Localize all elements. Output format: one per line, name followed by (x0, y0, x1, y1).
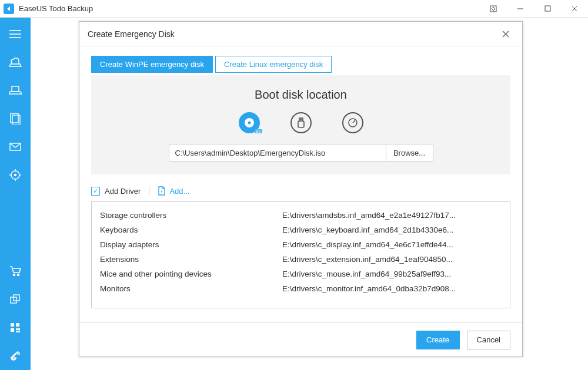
svg-rect-22 (11, 323, 14, 327)
apps-icon[interactable] (0, 314, 31, 342)
app-title: EaseUS Todo Backup (19, 4, 93, 13)
svg-rect-23 (16, 323, 19, 327)
add-link-label: Add... (169, 187, 189, 196)
dialog-header: Create Emergency Disk (79, 22, 522, 46)
iso-option-icon[interactable] (239, 112, 260, 133)
dialog-title: Create Emergency Disk (88, 29, 175, 39)
create-emergency-disk-dialog: Create Emergency Disk Create WinPE emerg… (79, 21, 523, 357)
separator (149, 186, 149, 196)
add-driver-checkbox[interactable]: ✓ (91, 187, 100, 196)
sidebar (0, 18, 31, 370)
svg-rect-34 (298, 121, 304, 127)
maximize-button[interactable] (534, 0, 561, 18)
driver-table: Storage controllersE:\drivers\amdsbs.inf… (91, 201, 510, 308)
tools-icon[interactable] (0, 342, 31, 370)
driver-path: E:\drivers\c_extension.inf_amd64_1eaf904… (282, 255, 502, 264)
tab-winpe[interactable]: Create WinPE emergency disk (91, 56, 213, 73)
titlebar: EaseUS Todo Backup (0, 0, 588, 18)
svg-point-32 (248, 122, 250, 125)
iso-path-input[interactable] (169, 144, 386, 162)
driver-path: E:\drivers\amdsbs.inf_amd64_e2a1e49127fb… (282, 211, 502, 220)
table-row[interactable]: Storage controllersE:\drivers\amdsbs.inf… (92, 208, 510, 223)
svg-rect-28 (18, 331, 20, 332)
svg-point-13 (15, 174, 16, 176)
driver-category: Storage controllers (100, 211, 282, 220)
driver-path: E:\drivers\c_monitor.inf_amd64_0dba32b7d… (282, 284, 502, 293)
minimize-button[interactable] (507, 0, 534, 18)
driver-category: Monitors (100, 284, 282, 293)
browse-button[interactable]: Browse... (386, 144, 433, 162)
driver-path: E:\drivers\c_keyboard.inf_amd64_2d1b4330… (282, 226, 502, 234)
mail-backup-icon[interactable] (0, 133, 31, 161)
add-driver-label: Add Driver (105, 187, 141, 196)
svg-rect-8 (12, 86, 19, 92)
svg-rect-2 (545, 6, 550, 11)
dialog-footer: Create Cancel (79, 322, 522, 356)
driver-path: E:\drivers\c_display.inf_amd64_4e6c71eff… (282, 240, 502, 249)
driver-category: Display adapters (100, 240, 282, 249)
driver-category: Mice and other pointing devices (100, 270, 282, 278)
table-row[interactable]: MonitorsE:\drivers\c_monitor.inf_amd64_0… (92, 281, 510, 296)
svg-rect-24 (11, 328, 14, 332)
close-button[interactable] (561, 0, 588, 18)
table-row[interactable]: ExtensionsE:\drivers\c_extension.inf_amd… (92, 252, 510, 267)
boot-disk-title: Boot disk location (103, 88, 499, 102)
table-row[interactable]: Mice and other pointing devicesE:\driver… (92, 267, 510, 281)
file-backup-icon[interactable] (0, 105, 31, 133)
svg-text:+: + (161, 189, 163, 194)
tab-linux[interactable]: Create Linux emergency disk (215, 56, 332, 73)
add-driver-link[interactable]: + Add... (158, 186, 189, 196)
create-button[interactable]: Create (416, 331, 460, 349)
cart-icon[interactable] (0, 257, 31, 285)
svg-rect-25 (16, 328, 18, 330)
add-file-icon: + (158, 186, 166, 196)
system-backup-icon[interactable] (0, 76, 31, 105)
emergency-disk-tabs: Create WinPE emergency disk Create Linux… (91, 56, 510, 73)
driver-category: Keyboards (100, 226, 282, 234)
table-row[interactable]: KeyboardsE:\drivers\c_keyboard.inf_amd64… (92, 223, 510, 237)
dialog-close-button[interactable] (497, 26, 514, 42)
toggle-icon[interactable] (480, 0, 507, 18)
svg-point-19 (18, 274, 19, 276)
target-icon[interactable] (0, 161, 31, 189)
clone-icon[interactable] (0, 285, 31, 314)
content-area: Create Emergency Disk Create WinPE emerg… (31, 18, 588, 370)
menu-icon[interactable] (0, 20, 31, 48)
cancel-button[interactable]: Cancel (467, 331, 510, 349)
usb-option-icon[interactable] (290, 112, 312, 133)
svg-point-18 (14, 274, 15, 276)
app-logo-icon (4, 4, 14, 14)
driver-category: Extensions (100, 255, 282, 264)
boot-disk-panel: Boot disk location (91, 75, 510, 174)
add-driver-row: ✓ Add Driver + Add... (91, 186, 510, 196)
cd-option-icon[interactable] (342, 112, 363, 133)
table-row[interactable]: Display adaptersE:\drivers\c_display.inf… (92, 237, 510, 252)
disk-backup-icon[interactable] (0, 48, 31, 76)
svg-rect-27 (16, 331, 18, 332)
svg-rect-26 (18, 328, 20, 330)
driver-path: E:\drivers\c_mouse.inf_amd64_99b25af9eff… (282, 270, 502, 278)
